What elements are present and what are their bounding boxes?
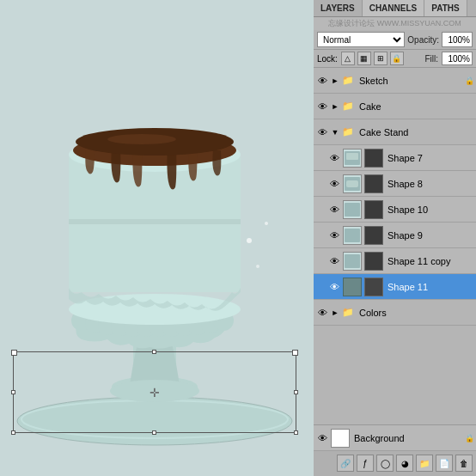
folder-icon-colors: 📁 <box>341 306 355 320</box>
tab-bar: LAYERS CHANNELS PATHS <box>314 0 476 17</box>
folder-icon-sketch: 📁 <box>341 74 355 88</box>
lock-label: Lock: <box>317 54 338 64</box>
visibility-icon-colors[interactable]: 👁 <box>315 306 329 320</box>
add-style-button[interactable]: ƒ <box>357 455 374 472</box>
visibility-icon-cakestand[interactable]: 👁 <box>315 125 329 139</box>
opacity-label: Opacity: <box>407 35 439 45</box>
selection-handle-bl[interactable] <box>11 430 15 435</box>
layer-row-sketch[interactable]: 👁 ► 📁 Sketch 🔒 <box>314 68 476 94</box>
visibility-icon-background[interactable]: 👁 <box>315 431 329 445</box>
layer-name-shape9: Shape 9 <box>385 230 474 241</box>
blend-mode-select[interactable]: Normal <box>317 32 405 47</box>
selection-handle-lm[interactable] <box>11 390 15 394</box>
layer-name-background: Background <box>351 433 463 443</box>
layer-thumb-shape8 <box>343 174 362 193</box>
layer-name-shape11: Shape 11 <box>385 282 474 292</box>
tab-paths[interactable]: PATHS <box>424 0 467 16</box>
expand-icon-cakestand[interactable]: ▼ <box>331 125 339 139</box>
folder-icon-cakestand: 📁 <box>341 125 355 139</box>
layer-row-shape11copy[interactable]: 👁 Shape 11 copy <box>314 248 476 274</box>
lock-position-button[interactable]: ⊞ <box>374 52 388 65</box>
lock-pixels-button[interactable]: ▦ <box>357 52 371 65</box>
svg-rect-31 <box>346 153 358 160</box>
layer-row-shape7[interactable]: 👁 Shape 7 <box>314 145 476 171</box>
svg-rect-33 <box>346 180 358 187</box>
add-mask-button[interactable]: ◯ <box>376 455 394 472</box>
lock-transparent-button[interactable]: △ <box>341 52 355 65</box>
lock-icons: △ ▦ ⊞ 🔒 <box>341 52 422 65</box>
svg-rect-35 <box>345 229 360 242</box>
expand-icon-sketch[interactable]: ► <box>331 74 339 88</box>
svg-point-28 <box>107 134 176 144</box>
layer-row-shape9[interactable]: 👁 Shape 9 <box>314 223 476 248</box>
layer-mask-shape8 <box>364 174 383 193</box>
crosshair-icon: ✛ <box>150 386 160 400</box>
svg-rect-34 <box>345 203 360 217</box>
lock-badge-sketch: 🔒 <box>465 76 474 85</box>
panels-area: LAYERS CHANNELS PATHS 忘缘设计论坛 WWW.MISSYUA… <box>314 0 476 476</box>
layer-thumb-shape11copy <box>343 252 362 271</box>
layer-mask-shape11 <box>364 278 383 296</box>
new-adjustment-button[interactable]: ◕ <box>396 455 413 472</box>
layer-thumb-shape9 <box>343 226 362 245</box>
link-layers-button[interactable]: 🔗 <box>337 455 354 472</box>
visibility-icon-shape8[interactable]: 👁 <box>327 177 341 191</box>
layer-name-cake: Cake <box>357 101 474 112</box>
selection-handle-rm[interactable] <box>294 390 298 394</box>
delete-layer-button[interactable]: 🗑 <box>455 455 473 472</box>
fill-label: Fill: <box>424 54 438 64</box>
layer-mask-shape9 <box>364 226 383 245</box>
visibility-icon-sketch[interactable]: 👁 <box>315 74 329 88</box>
blend-mode-row: Normal Opacity: <box>314 30 476 50</box>
layer-thumb-shape10 <box>343 200 362 219</box>
canvas-area: ✛ <box>0 0 314 476</box>
layer-mask-shape7 <box>364 149 383 168</box>
lock-row: Lock: △ ▦ ⊞ 🔒 Fill: <box>314 50 476 68</box>
expand-icon-colors[interactable]: ► <box>331 306 339 320</box>
opacity-input[interactable] <box>442 32 473 47</box>
bottom-panel: 👁 Background 🔒 🔗 ƒ ◯ ◕ 📁 📄 🗑 <box>314 424 476 476</box>
folder-icon-cake: 📁 <box>341 100 355 113</box>
selection-handle-bm[interactable] <box>152 430 156 435</box>
visibility-icon-shape10[interactable]: 👁 <box>327 203 341 217</box>
layer-name-shape8: Shape 8 <box>385 179 474 189</box>
layer-name-colors: Colors <box>357 308 474 318</box>
visibility-icon-shape11[interactable]: 👁 <box>327 280 341 294</box>
layer-row-shape11[interactable]: 👁 Shape 11 <box>314 274 476 300</box>
new-layer-button[interactable]: 📄 <box>436 455 453 472</box>
watermark-text: 忘缘设计论坛 WWW.MISSYUAN.COM <box>314 17 476 30</box>
svg-point-2 <box>256 265 259 268</box>
visibility-icon-shape9[interactable]: 👁 <box>327 229 341 242</box>
fill-input[interactable] <box>442 52 473 65</box>
svg-rect-29 <box>69 219 241 224</box>
visibility-icon-shape11copy[interactable]: 👁 <box>327 254 341 268</box>
lock-all-button[interactable]: 🔒 <box>390 52 404 65</box>
svg-rect-38 <box>332 430 349 446</box>
layer-name-shape11copy: Shape 11 copy <box>385 256 474 266</box>
expand-icon-cake[interactable]: ► <box>331 100 339 113</box>
layer-row-cakestand[interactable]: 👁 ▼ 📁 Cake Stand <box>314 119 476 145</box>
lock-badge-background: 🔒 <box>465 434 474 442</box>
new-group-button[interactable]: 📁 <box>416 455 433 472</box>
layer-row-shape8[interactable]: 👁 Shape 8 <box>314 171 476 197</box>
tab-channels[interactable]: CHANNELS <box>363 0 425 16</box>
layer-name-cakestand: Cake Stand <box>357 127 474 137</box>
layer-name-shape10: Shape 10 <box>385 204 474 215</box>
layer-row-shape10[interactable]: 👁 Shape 10 <box>314 197 476 223</box>
panel-icons-row: 🔗 ƒ ◯ ◕ 📁 📄 🗑 <box>314 451 476 475</box>
layer-row-cake[interactable]: 👁 ► 📁 Cake <box>314 94 476 119</box>
selection-handle-tm[interactable] <box>152 350 156 354</box>
visibility-icon-cake[interactable]: 👁 <box>315 100 329 113</box>
svg-point-1 <box>247 238 252 243</box>
selection-box: ✛ <box>13 351 296 433</box>
selection-handle-br[interactable] <box>294 430 298 435</box>
layers-list: 👁 ► 📁 Sketch 🔒 👁 ► 📁 Cake 👁 ▼ 📁 Cake Sta… <box>314 68 476 424</box>
layer-mask-shape10 <box>364 200 383 219</box>
visibility-icon-shape7[interactable]: 👁 <box>327 151 341 165</box>
layer-row-colors[interactable]: 👁 ► 📁 Colors <box>314 300 476 326</box>
layer-thumb-shape11 <box>343 278 362 296</box>
layer-row-background[interactable]: 👁 Background 🔒 <box>314 425 476 451</box>
tab-layers[interactable]: LAYERS <box>314 0 363 16</box>
layer-thumb-background <box>331 429 350 448</box>
svg-rect-37 <box>345 280 360 294</box>
